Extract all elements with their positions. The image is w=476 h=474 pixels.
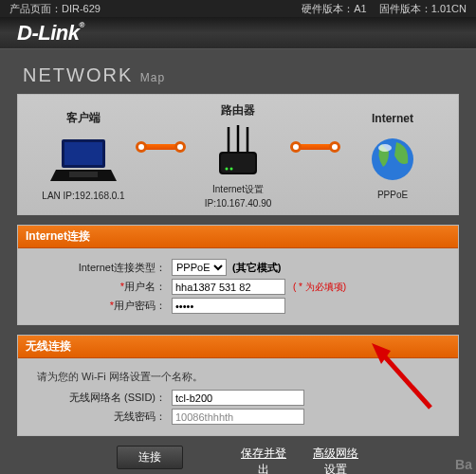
page-title: NETWORK Map	[17, 59, 459, 94]
svg-rect-3	[69, 172, 98, 177]
watermark: Ba	[455, 457, 472, 472]
ssid-label: 无线网络名 (SSID)：	[29, 391, 172, 405]
conn-type-select[interactable]: PPPoE	[172, 259, 227, 276]
password-label: *用户密码：	[29, 299, 172, 313]
hw-version: 硬件版本：A1	[302, 3, 366, 14]
wifi-pw-input[interactable]	[172, 409, 304, 425]
link-router-internet	[296, 144, 335, 150]
svg-point-12	[378, 144, 392, 152]
logo-band: D-Link®	[0, 17, 476, 49]
svg-point-10	[230, 168, 233, 171]
internet-node: Internet PPPoE	[340, 112, 445, 200]
product-page-label: 产品页面：DIR-629	[9, 0, 101, 17]
client-node: 客户端 LAN IP:192.168.0.1	[31, 110, 136, 201]
ssid-input[interactable]	[172, 390, 304, 406]
wifi-section: 无线连接 请为您的 Wi-Fi 网络设置一个名称。 无线网络名 (SSID)： …	[17, 335, 459, 436]
laptop-icon	[31, 132, 136, 189]
svg-point-9	[226, 168, 229, 171]
required-note: ( * 为必填项)	[293, 281, 346, 294]
router-node: 路由器 Internet设置 IP:10.167.40.90	[186, 102, 290, 209]
mode-note: (其它模式)	[232, 261, 281, 275]
internet-section: Internet连接 Internet连接类型： PPPoE (其它模式) *用…	[17, 225, 459, 325]
username-input[interactable]	[172, 279, 285, 295]
internet-header: Internet连接	[18, 226, 458, 248]
wifi-header: 无线连接	[18, 336, 458, 358]
router-icon	[186, 124, 290, 181]
conn-type-label: Internet连接类型：	[29, 261, 172, 275]
link-client-router	[141, 144, 180, 150]
connect-button[interactable]: 连接	[117, 446, 183, 469]
wifi-hint: 请为您的 Wi-Fi 网络设置一个名称。	[37, 370, 447, 384]
top-info-bar: 产品页面：DIR-629 硬件版本：A1 固件版本：1.01CN	[0, 0, 476, 17]
advanced-settings-link[interactable]: 高级网络设置	[312, 446, 359, 474]
fw-version: 固件版本：1.01CN	[379, 3, 467, 14]
username-label: *用户名：	[29, 280, 172, 294]
password-input[interactable]	[172, 298, 285, 314]
globe-icon	[340, 131, 445, 188]
wifi-pw-label: 无线密码：	[29, 410, 172, 424]
svg-rect-1	[64, 142, 102, 165]
save-logout-link[interactable]: 保存并登出	[240, 446, 287, 474]
brand-logo: D-Link®	[17, 21, 84, 46]
network-map-card: 客户端 LAN IP:192.168.0.1 路由器	[17, 94, 459, 215]
